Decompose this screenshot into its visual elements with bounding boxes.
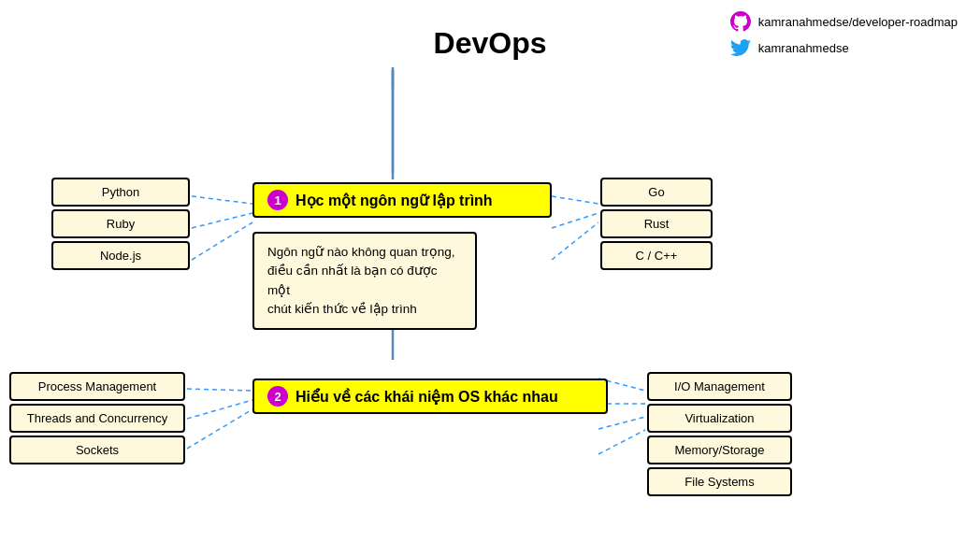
left-top-item-1: Python <box>51 178 190 207</box>
svg-line-12 <box>598 430 645 454</box>
right-bottom-item-3: Memory/Storage <box>647 436 792 464</box>
right-bottom-item-4: File Systems <box>647 467 792 496</box>
svg-line-4 <box>552 213 598 228</box>
node1-number: 1 <box>267 190 288 210</box>
left-bottom-item-3: Sockets <box>9 436 185 464</box>
connection-lines <box>0 0 980 557</box>
node2-number: 2 <box>267 386 288 407</box>
svg-line-3 <box>552 196 598 204</box>
svg-line-0 <box>192 196 252 204</box>
svg-line-6 <box>187 389 252 391</box>
node1-desc-text: Ngôn ngữ nào không quan trọng,điều cần n… <box>267 245 454 316</box>
svg-line-11 <box>598 417 645 429</box>
twitter-link: kamranahmedse <box>730 37 958 58</box>
right-top-item-1: Go <box>600 178 713 207</box>
node1: 1 Học một ngôn ngữ lập trình <box>252 182 552 218</box>
svg-line-7 <box>187 400 252 419</box>
left-top-item-2: Ruby <box>51 209 190 238</box>
github-link: kamranahmedse/developer-roadmap <box>730 11 958 32</box>
curve-line <box>0 0 980 557</box>
svg-line-1 <box>192 213 252 228</box>
node1-description: Ngôn ngữ nào không quan trọng,điều cần n… <box>252 232 477 330</box>
left-bottom-item-1: Process Management <box>9 372 185 401</box>
node2-label: Hiểu về các khái niệm OS khác nhau <box>295 388 558 406</box>
page-title: DevOps <box>434 26 547 61</box>
svg-line-8 <box>187 409 252 449</box>
twitter-label: kamranahmedse <box>758 41 849 55</box>
github-icon <box>730 11 751 32</box>
node1-label: Học một ngôn ngữ lập trình <box>295 192 493 209</box>
right-bottom-item-1: I/O Management <box>647 372 792 401</box>
right-top-item-3: C / C++ <box>600 241 713 270</box>
social-links: kamranahmedse/developer-roadmap kamranah… <box>730 11 958 58</box>
twitter-icon <box>730 37 751 58</box>
svg-line-2 <box>192 222 252 260</box>
left-bottom-item-2: Threads and Concurrency <box>9 404 185 433</box>
left-top-item-3: Node.js <box>51 241 190 270</box>
right-top-item-2: Rust <box>600 209 713 238</box>
svg-line-5 <box>552 222 598 260</box>
right-bottom-item-2: Virtualization <box>647 404 792 433</box>
node2: 2 Hiểu về các khái niệm OS khác nhau <box>252 378 608 414</box>
github-label: kamranahmedse/developer-roadmap <box>758 15 958 29</box>
